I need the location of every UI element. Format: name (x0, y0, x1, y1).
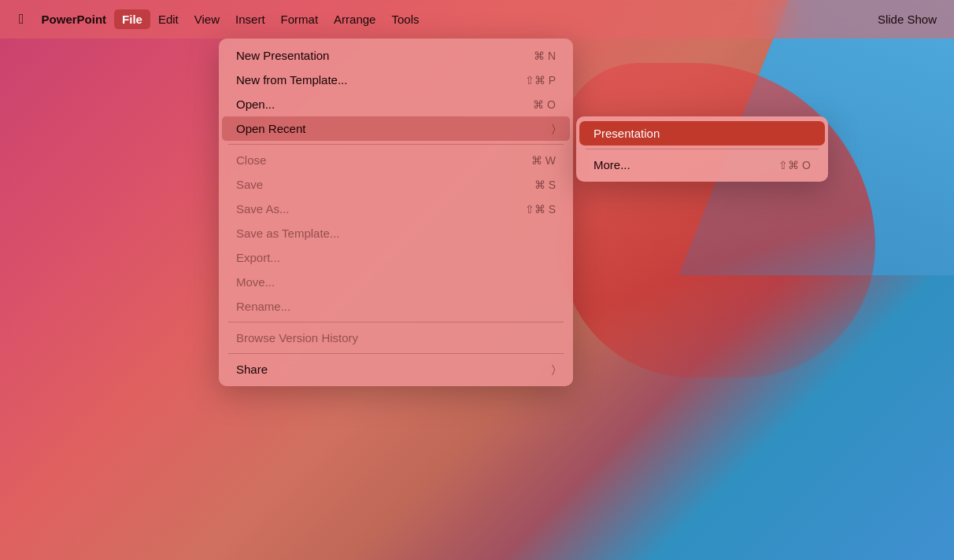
menu-item-open-label: Open... (236, 98, 501, 111)
menubar-item-insert[interactable]: Insert (227, 9, 273, 29)
menu-item-browse-version-history-label: Browse Version History (236, 331, 524, 344)
menu-item-open[interactable]: Open... ⌘ O (222, 92, 570, 116)
menubar-item-file[interactable]: File (114, 9, 150, 29)
menu-item-save-label: Save (236, 178, 503, 191)
menu-item-browse-version-history[interactable]: Browse Version History (222, 326, 570, 350)
menu-item-new-from-template[interactable]: New from Template... ⇧⌘ P (222, 68, 570, 92)
menu-item-move-label: Move... (236, 275, 524, 289)
menu-item-save-shortcut: ⌘ S (534, 179, 556, 191)
menu-item-save[interactable]: Save ⌘ S (222, 172, 570, 197)
menubar-item-tools[interactable]: Tools (383, 9, 427, 29)
menu-item-save-as-shortcut: ⇧⌘ S (525, 203, 556, 216)
separator-after-open-recent (228, 144, 564, 145)
menu-item-open-recent-label: Open Recent (236, 122, 549, 135)
menubar-item-edit[interactable]: Edit (150, 9, 187, 29)
menu-item-move[interactable]: Move... (222, 270, 570, 294)
menu-item-new-presentation[interactable]: New Presentation ⌘ N (222, 43, 570, 68)
menu-item-new-from-template-label: New from Template... (236, 73, 494, 87)
submenu-item-presentation[interactable]: Presentation (579, 121, 825, 146)
menu-item-new-presentation-shortcut: ⌘ N (534, 50, 556, 62)
apple-menu[interactable]:  (9, 8, 34, 31)
menu-item-save-as-label: Save As... (236, 202, 494, 216)
submenu-item-more-label: More... (593, 158, 630, 171)
menubar-item-view[interactable]: View (187, 9, 227, 29)
menu-item-rename-label: Rename... (236, 300, 524, 313)
menubar-item-arrange[interactable]: Arrange (326, 9, 383, 29)
menu-item-open-recent[interactable]: Open Recent 〉 (222, 116, 570, 141)
menu-item-export[interactable]: Export... (222, 245, 570, 270)
menu-item-share[interactable]: Share 〉 (222, 357, 570, 381)
submenu-item-more[interactable]: More... ⇧⌘ O (579, 153, 825, 177)
file-menu: New Presentation ⌘ N New from Template..… (219, 39, 573, 386)
menubar:  PowerPoint File Edit View Insert Forma… (0, 0, 954, 39)
menu-item-new-from-template-shortcut: ⇧⌘ P (525, 74, 556, 87)
open-recent-submenu: Presentation More... ⇧⌘ O (576, 116, 828, 182)
menu-item-close-shortcut: ⌘ W (531, 154, 556, 167)
menubar-item-powerpoint[interactable]: PowerPoint (34, 9, 115, 29)
menu-item-save-as[interactable]: Save As... ⇧⌘ S (222, 197, 570, 221)
menu-item-new-presentation-label: New Presentation (236, 49, 502, 62)
menu-item-share-label: Share (236, 363, 549, 376)
menubar-item-slideshow[interactable]: Slide Show (870, 9, 945, 29)
submenu-item-more-shortcut: ⇧⌘ O (778, 159, 811, 171)
menu-item-open-shortcut: ⌘ O (533, 98, 556, 111)
menu-item-rename[interactable]: Rename... (222, 294, 570, 319)
submenu-separator (586, 149, 819, 149)
menu-item-close[interactable]: Close ⌘ W (222, 148, 570, 172)
submenu-item-presentation-label: Presentation (593, 127, 660, 140)
menu-item-export-label: Export... (236, 251, 524, 264)
separator-before-share (228, 353, 564, 354)
menubar-item-format[interactable]: Format (273, 9, 327, 29)
menu-item-save-as-template-label: Save as Template... (236, 227, 524, 240)
menu-item-close-label: Close (236, 153, 500, 167)
menu-item-save-as-template[interactable]: Save as Template... (222, 221, 570, 245)
share-arrow-icon: 〉 (552, 363, 556, 376)
separator-before-browse (228, 322, 564, 322)
submenu-arrow-icon: 〉 (552, 122, 556, 135)
open-recent-container: Open Recent 〉 Presentation More... ⇧⌘ O (219, 116, 573, 141)
